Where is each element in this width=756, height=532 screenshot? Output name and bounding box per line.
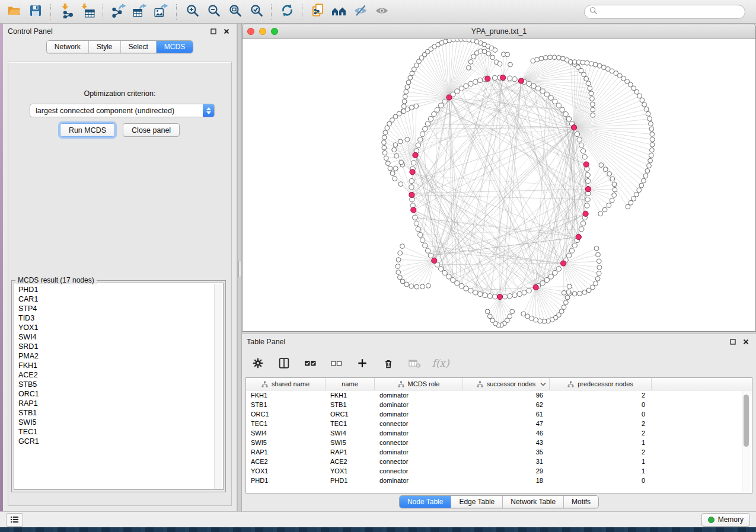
graph-node[interactable] [478,291,483,296]
column-header-name[interactable]: name [326,378,375,390]
table-settings-button[interactable] [250,355,266,371]
graph-node[interactable] [535,57,540,62]
graph-hub-node[interactable] [576,234,581,239]
graph-node[interactable] [400,279,405,284]
graph-node[interactable] [585,203,589,208]
graph-node[interactable] [566,253,571,258]
graph-node[interactable] [396,258,401,262]
graph-node[interactable] [650,132,655,137]
graph-node[interactable] [410,71,414,76]
mcds-result-item[interactable]: STB5 [18,380,212,389]
table-row[interactable]: FKH1FKH1dominator962 [246,390,752,400]
graph-node[interactable] [552,55,557,60]
graph-node[interactable] [412,161,416,165]
graph-node[interactable] [490,55,495,60]
graph-node[interactable] [455,89,460,94]
graph-node[interactable] [539,56,544,61]
graph-node[interactable] [382,145,387,150]
graph-node[interactable] [650,137,655,142]
export-image-button[interactable] [151,2,172,21]
mcds-result-item[interactable]: ACE2 [18,370,212,380]
criterion-dropdown[interactable]: largest connected component (undirected) [30,104,215,117]
graph-node[interactable] [612,193,617,198]
column-header-shared-name[interactable]: shared name [246,378,326,390]
zoom-selected-button[interactable] [245,2,267,21]
column-header-mcds-role[interactable]: MCDS role [375,378,463,390]
graph-node[interactable] [418,137,423,142]
graph-node[interactable] [508,62,513,67]
graph-node[interactable] [579,227,584,232]
graph-node[interactable] [596,259,601,264]
graph-hub-node[interactable] [561,261,566,266]
graph-node[interactable] [580,60,585,65]
graph-node[interactable] [586,178,591,183]
tab-network-table[interactable]: Network Table [502,496,563,508]
graph-node[interactable] [512,293,517,297]
graph-node[interactable] [508,314,512,319]
graph-node[interactable] [582,155,587,159]
export-network-button[interactable] [108,2,129,21]
graph-node[interactable] [540,281,545,286]
graph-node[interactable] [428,117,433,121]
graph-node[interactable] [572,291,577,296]
graph-node[interactable] [420,284,425,289]
graph-node[interactable] [432,112,436,117]
graph-node[interactable] [395,264,400,269]
graph-node[interactable] [423,126,428,131]
graph-node[interactable] [578,291,582,296]
tab-motifs[interactable]: Motifs [563,496,598,508]
graph-node[interactable] [563,112,568,117]
float-table-panel-button[interactable] [728,336,738,347]
graph-node[interactable] [490,318,495,323]
graph-node[interactable] [647,164,652,168]
graph-node[interactable] [382,140,387,145]
graph-node[interactable] [567,284,572,289]
graph-node[interactable] [649,127,654,132]
graph-node[interactable] [425,248,430,253]
mcds-result-item[interactable]: SWI4 [18,332,212,342]
graph-node[interactable] [388,166,393,171]
graph-node[interactable] [556,56,561,60]
graph-node[interactable] [535,86,540,91]
graph-node[interactable] [425,121,430,126]
graph-node[interactable] [527,81,531,86]
graph-node[interactable] [398,275,403,280]
graph-node[interactable] [544,277,549,282]
graph-node[interactable] [607,172,612,177]
graph-node[interactable] [591,102,595,107]
graph-node[interactable] [650,142,655,147]
table-scrollbar-thumb[interactable] [744,395,749,447]
graph-node[interactable] [398,182,403,187]
graph-node[interactable] [610,198,614,203]
graph-node[interactable] [553,99,557,104]
mcds-result-item[interactable]: CAR1 [18,294,212,304]
graph-node[interactable] [468,60,473,65]
graph-node[interactable] [634,89,639,94]
table-scrollbar[interactable] [742,391,751,492]
graph-node[interactable] [442,99,447,104]
graph-node[interactable] [645,169,650,174]
table-row[interactable]: SWI4SWI4dominator462 [246,428,752,438]
show-all-button[interactable] [371,2,393,21]
graph-node[interactable] [382,150,387,155]
graph-node[interactable] [575,132,579,136]
graph-node[interactable] [486,52,491,56]
mcds-result-scrollbar[interactable] [214,284,222,489]
task-history-button[interactable] [6,513,23,527]
mcds-result-item[interactable]: PMA2 [18,351,212,361]
graph-node[interactable] [502,294,507,299]
graph-hub-node[interactable] [413,152,418,158]
graph-node[interactable] [597,265,602,270]
mcds-result-item[interactable]: TEC1 [18,427,212,437]
table-row[interactable]: YOX1YOX1connector291 [246,466,752,476]
graph-node[interactable] [468,81,473,86]
search-input[interactable] [601,7,740,17]
graph-node[interactable] [642,102,647,107]
close-panel-action-button[interactable]: Close panel [123,123,180,137]
graph-node[interactable] [392,148,397,152]
graph-node[interactable] [404,282,409,287]
mcds-result-item[interactable]: STP4 [18,304,212,313]
graph-node[interactable] [398,139,403,144]
graph-node[interactable] [414,104,419,108]
graph-node[interactable] [548,274,553,279]
